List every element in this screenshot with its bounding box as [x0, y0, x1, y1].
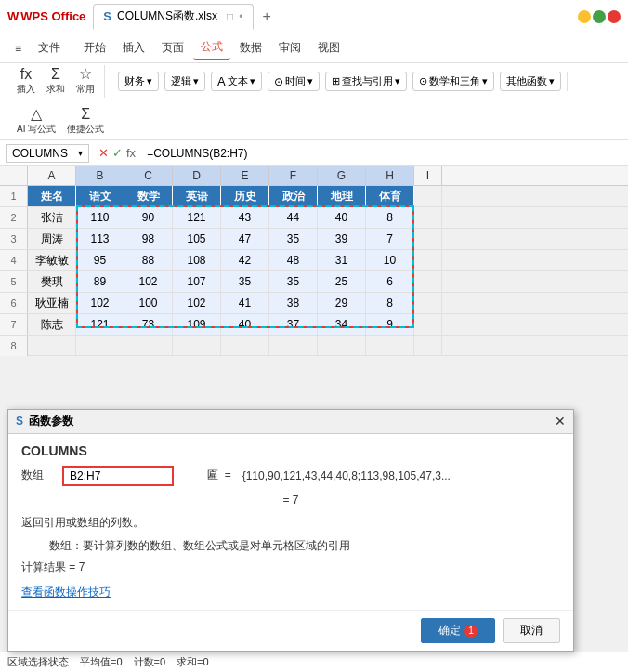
ai-formula-btn[interactable]: △ AI 写公式 — [13, 105, 59, 138]
menu-data[interactable]: 数据 — [232, 36, 269, 59]
name-box[interactable]: COLUMNS ▾ — [6, 144, 89, 163]
menu-review[interactable]: 审阅 — [271, 36, 308, 59]
cell-I4[interactable] — [414, 250, 442, 270]
cell-F8[interactable] — [269, 336, 318, 356]
cell-E7[interactable]: 40 — [221, 314, 269, 335]
col-header-G[interactable]: G — [318, 166, 366, 185]
menu-hamburger[interactable]: ≡ — [7, 38, 29, 59]
cell-I6[interactable] — [414, 293, 442, 313]
col-header-I[interactable]: I — [414, 166, 442, 185]
cell-A2[interactable]: 张洁 — [28, 207, 76, 228]
col-header-C[interactable]: C — [124, 166, 173, 185]
col-header-F[interactable]: F — [269, 166, 318, 185]
cell-G2[interactable]: 40 — [318, 207, 366, 228]
dialog-close-btn[interactable]: ✕ — [555, 414, 566, 428]
cell-F3[interactable]: 35 — [269, 229, 318, 249]
cell-D8[interactable] — [173, 336, 221, 356]
cell-B8[interactable] — [76, 336, 124, 356]
cell-B4[interactable]: 95 — [76, 250, 124, 270]
menu-formula[interactable]: 公式 — [193, 35, 230, 60]
cell-I2[interactable] — [414, 207, 442, 228]
cell-E8[interactable] — [221, 336, 269, 356]
cell-A5[interactable]: 樊琪 — [28, 271, 76, 292]
dialog-cancel-button[interactable]: 取消 — [503, 618, 560, 643]
finance-dropdown[interactable]: 财务▾ — [118, 72, 159, 91]
cell-E6[interactable]: 41 — [221, 293, 269, 313]
cell-B6[interactable]: 102 — [76, 293, 124, 313]
cell-C6[interactable]: 100 — [124, 293, 173, 313]
cell-B3[interactable]: 113 — [76, 229, 124, 249]
cell-H2[interactable]: 8 — [366, 207, 414, 228]
cell-G5[interactable]: 25 — [318, 271, 366, 292]
insert-function-btn[interactable]: fx 插入 — [13, 65, 39, 98]
cell-A8[interactable] — [28, 336, 76, 356]
cell-C2[interactable]: 90 — [124, 207, 173, 228]
cell-H6[interactable]: 8 — [366, 293, 414, 313]
name-box-dropdown-icon[interactable]: ▾ — [78, 148, 83, 158]
dialog-arg-input[interactable] — [62, 466, 174, 486]
cell-F2[interactable]: 44 — [269, 207, 318, 228]
col-header-H[interactable]: H — [366, 166, 414, 185]
cell-D4[interactable]: 108 — [173, 250, 221, 270]
cell-H1[interactable]: 体育 — [366, 186, 414, 206]
math-dropdown[interactable]: ⊙ 数学和三角▾ — [412, 72, 494, 91]
time-dropdown[interactable]: ⊙ 时间▾ — [268, 72, 320, 91]
menu-view[interactable]: 视图 — [310, 36, 347, 59]
tab-close-icon[interactable]: □ — [227, 10, 233, 23]
menu-file[interactable]: 文件 — [31, 36, 68, 59]
sum-btn[interactable]: Σ 求和 — [43, 65, 69, 98]
cell-E1[interactable]: 历史 — [221, 186, 269, 206]
cell-I3[interactable] — [414, 229, 442, 249]
dialog-ok-button[interactable]: 确定 1 — [421, 618, 495, 643]
minimize-button[interactable] — [578, 10, 591, 23]
cell-G8[interactable] — [318, 336, 366, 356]
logic-dropdown[interactable]: 逻辑▾ — [164, 72, 205, 91]
quick-formula-btn[interactable]: Σ 便捷公式 — [63, 105, 108, 138]
menu-insert[interactable]: 插入 — [115, 36, 152, 59]
cell-F6[interactable]: 38 — [269, 293, 318, 313]
cell-F1[interactable]: 政治 — [269, 186, 318, 206]
cell-A3[interactable]: 周涛 — [28, 229, 76, 249]
cell-I5[interactable] — [414, 271, 442, 292]
cell-H7[interactable]: 9 — [366, 314, 414, 335]
cell-A7[interactable]: 陈志 — [28, 314, 76, 335]
cell-D3[interactable]: 105 — [173, 229, 221, 249]
cell-A4[interactable]: 李敏敏 — [28, 250, 76, 270]
col-header-E[interactable]: E — [221, 166, 269, 185]
confirm-formula-btn[interactable]: ✓ — [112, 146, 123, 160]
cell-B5[interactable]: 89 — [76, 271, 124, 292]
cell-E2[interactable]: 43 — [221, 207, 269, 228]
cancel-formula-btn[interactable]: ✕ — [98, 146, 109, 160]
cell-F5[interactable]: 35 — [269, 271, 318, 292]
cell-H8[interactable] — [366, 336, 414, 356]
cell-I1[interactable] — [414, 186, 442, 206]
cell-G3[interactable]: 39 — [318, 229, 366, 249]
cell-E5[interactable]: 35 — [221, 271, 269, 292]
cell-I8[interactable] — [414, 336, 442, 356]
col-header-D[interactable]: D — [173, 166, 221, 185]
cell-D1[interactable]: 英语 — [173, 186, 221, 206]
cell-B7[interactable]: 121 — [76, 314, 124, 335]
cell-B2[interactable]: 110 — [76, 207, 124, 228]
cell-A1[interactable]: 姓名 — [28, 186, 76, 206]
cell-B1[interactable]: 语文 — [76, 186, 124, 206]
cell-F7[interactable]: 37 — [269, 314, 318, 335]
cell-G7[interactable]: 34 — [318, 314, 366, 335]
col-header-A[interactable]: A — [28, 166, 76, 185]
other-dropdown[interactable]: 其他函数▾ — [500, 72, 561, 91]
cell-D6[interactable]: 102 — [173, 293, 221, 313]
cell-C3[interactable]: 98 — [124, 229, 173, 249]
formula-input[interactable] — [145, 145, 622, 162]
cell-A6[interactable]: 耿亚楠 — [28, 293, 76, 313]
cell-E3[interactable]: 47 — [221, 229, 269, 249]
lookup-dropdown[interactable]: ⊞ 查找与引用▾ — [325, 72, 407, 91]
cell-C5[interactable]: 102 — [124, 271, 173, 292]
maximize-button[interactable] — [593, 10, 606, 23]
cell-C1[interactable]: 数学 — [124, 186, 173, 206]
cell-H4[interactable]: 10 — [366, 250, 414, 270]
cell-G1[interactable]: 地理 — [318, 186, 366, 206]
cell-C8[interactable] — [124, 336, 173, 356]
add-tab-button[interactable]: + — [257, 8, 277, 25]
cell-H3[interactable]: 7 — [366, 229, 414, 249]
dialog-help-link[interactable]: 查看函数操作技巧 — [21, 585, 111, 600]
